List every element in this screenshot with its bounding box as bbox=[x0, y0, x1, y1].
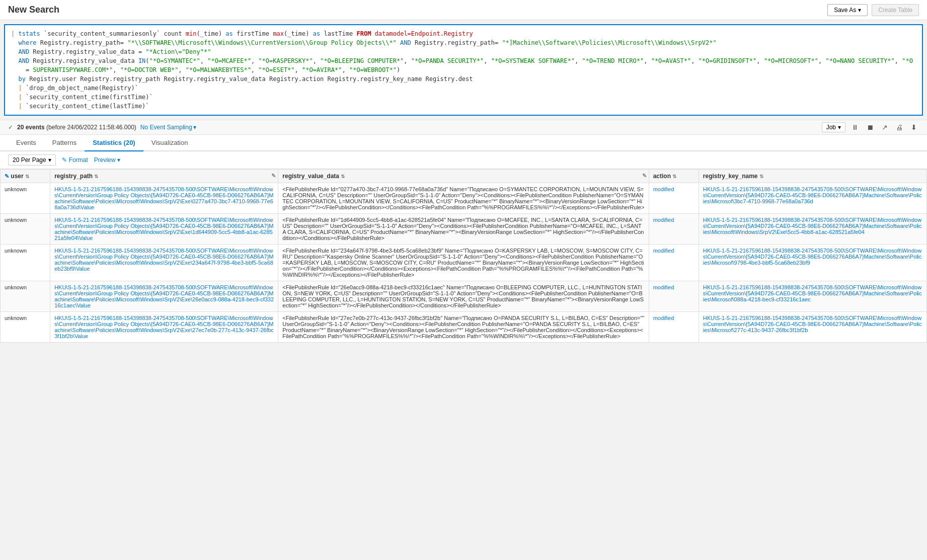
job-dropdown-icon: ▾ bbox=[838, 124, 841, 131]
per-page-label: 20 Per Page bbox=[13, 156, 46, 164]
stop-button[interactable]: ⏹ bbox=[865, 122, 876, 132]
cell-registry-value: <FilePublisherRule Id="26e0acc9-088a-421… bbox=[278, 281, 649, 312]
job-label: Job bbox=[826, 124, 836, 131]
sort-icon-registry-value: ⇅ bbox=[341, 174, 345, 179]
registry-key-link[interactable]: HKU\S-1-5-21-2167596188-154398838-247543… bbox=[703, 217, 922, 235]
sort-icon-registry-key: ⇅ bbox=[759, 174, 763, 179]
cell-registry-key: HKU\S-1-5-21-2167596188-154398838-247543… bbox=[699, 312, 926, 343]
col-header-registry-path[interactable]: registry_path ⇅ ✎ bbox=[50, 170, 278, 183]
registry-key-link[interactable]: HKU\S-1-5-21-2167596188-154398838-247543… bbox=[703, 284, 922, 302]
events-count: 20 events (before 24/06/2022 11:58:46.00… bbox=[17, 124, 136, 131]
query-line-6: | `drop_dm_object_name(Registry)` bbox=[11, 84, 916, 93]
top-bar: New Search Save As ▾ Create Table bbox=[0, 0, 927, 20]
format-button[interactable]: ✎ Format bbox=[62, 156, 88, 164]
cell-registry-key: HKU\S-1-5-21-2167596188-154398838-247543… bbox=[699, 245, 926, 281]
tab-visualization[interactable]: Visualization bbox=[143, 135, 196, 151]
tab-patterns[interactable]: Patterns bbox=[44, 135, 85, 151]
action-link[interactable]: modified bbox=[653, 217, 674, 223]
pause-button[interactable]: ⏸ bbox=[849, 122, 861, 132]
registry-key-link[interactable]: HKU\S-1-5-21-2167596188-154398838-247543… bbox=[703, 248, 922, 266]
registry-path-link[interactable]: HKU\S-1-5-21-2167596188-154398838-247543… bbox=[54, 217, 273, 241]
create-table-label: Create Table bbox=[878, 7, 912, 14]
cell-user: unknown bbox=[1, 245, 50, 281]
cell-user: unknown bbox=[1, 183, 50, 214]
cell-registry-path: HKU\S-1-5-21-2167596188-154398838-247543… bbox=[50, 183, 278, 214]
query-line-3: AND Registry.registry_value_data = "*Act… bbox=[11, 47, 916, 56]
cell-registry-path: HKU\S-1-5-21-2167596188-154398838-247543… bbox=[50, 281, 278, 312]
table-body: unknownHKU\S-1-5-21-2167596188-154398838… bbox=[1, 183, 927, 343]
per-page-button[interactable]: 20 Per Page ▾ bbox=[8, 154, 56, 166]
query-line-8: | `security_content_ctime(lastTime)` bbox=[11, 102, 916, 111]
registry-path-link[interactable]: HKU\S-1-5-21-2167596188-154398838-247543… bbox=[54, 284, 274, 308]
tab-statistics[interactable]: Statistics (20) bbox=[85, 135, 143, 151]
cell-registry-path: HKU\S-1-5-21-2167596188-154398838-247543… bbox=[50, 312, 278, 343]
pencil-icon: ✎ bbox=[5, 173, 9, 179]
query-editor[interactable]: | tstats `security_content_summariesonly… bbox=[4, 24, 923, 116]
per-page-dropdown-icon: ▾ bbox=[48, 156, 51, 164]
action-link[interactable]: modified bbox=[653, 248, 674, 254]
cell-action: modified bbox=[649, 245, 699, 281]
table-row: unknownHKU\S-1-5-21-2167596188-154398838… bbox=[1, 214, 927, 245]
status-left: ✓ 20 events (before 24/06/2022 11:58:46.… bbox=[8, 124, 196, 131]
query-line-7: | `security_content_ctime(firstTime)` bbox=[11, 93, 916, 102]
query-line-5: by Registry.user Registry.registry_path … bbox=[11, 74, 916, 84]
registry-key-link[interactable]: HKU\S-1-5-21-2167596188-154398838-247543… bbox=[703, 315, 922, 333]
job-button[interactable]: Job ▾ bbox=[822, 122, 845, 132]
status-right: Job ▾ ⏸ ⏹ ↗ 🖨 ⬇ bbox=[822, 122, 919, 132]
table-row: unknownHKU\S-1-5-21-2167596188-154398838… bbox=[1, 281, 927, 312]
registry-path-link[interactable]: HKU\S-1-5-21-2167596188-154398838-247543… bbox=[54, 186, 273, 210]
sampling-label: No Event Sampling bbox=[140, 124, 192, 131]
save-as-label: Save As bbox=[834, 7, 856, 14]
results-table-container: ✎ user ⇅ registry_path ⇅ ✎ registry_valu… bbox=[0, 169, 927, 343]
cell-user: unknown bbox=[1, 214, 50, 245]
preview-label: Preview bbox=[94, 156, 116, 164]
edit-icon-registry-path[interactable]: ✎ bbox=[271, 173, 276, 179]
preview-dropdown-icon: ▾ bbox=[117, 156, 120, 164]
cell-registry-value: <FilePublisherRule Id="0277a470-3bc7-471… bbox=[278, 183, 649, 214]
cell-registry-value: <FilePublisherRule Id="1d644909-5cc5-4bb… bbox=[278, 214, 649, 245]
col-header-registry-value[interactable]: registry_value_data ⇅ ✎ bbox=[278, 170, 649, 183]
query-line-4: AND Registry.registry_value_data IN("*O=… bbox=[11, 56, 916, 65]
query-line-1: | tstats `security_content_summariesonly… bbox=[11, 29, 916, 38]
results-table: ✎ user ⇅ registry_path ⇅ ✎ registry_valu… bbox=[0, 169, 927, 343]
table-row: unknownHKU\S-1-5-21-2167596188-154398838… bbox=[1, 183, 927, 214]
cell-registry-path: HKU\S-1-5-21-2167596188-154398838-247543… bbox=[50, 214, 278, 245]
sampling-button[interactable]: No Event Sampling ▾ bbox=[140, 124, 196, 131]
cell-registry-value: <FilePublisherRule Id="27ec7e0b-277c-413… bbox=[278, 312, 649, 343]
cell-user: unknown bbox=[1, 281, 50, 312]
print-button[interactable]: 🖨 bbox=[894, 122, 905, 132]
sort-icon-action: ⇅ bbox=[672, 174, 676, 179]
action-link[interactable]: modified bbox=[653, 284, 674, 290]
top-bar-actions: Save As ▾ Create Table bbox=[827, 4, 919, 16]
sort-icon-registry-path: ⇅ bbox=[94, 174, 98, 179]
table-header-row: ✎ user ⇅ registry_path ⇅ ✎ registry_valu… bbox=[1, 170, 927, 183]
save-as-button[interactable]: Save As ▾ bbox=[827, 4, 868, 16]
check-icon: ✓ bbox=[8, 124, 13, 131]
format-label: Format bbox=[69, 156, 88, 164]
sampling-dropdown-icon: ▾ bbox=[193, 124, 196, 131]
col-header-user[interactable]: ✎ user ⇅ bbox=[1, 170, 50, 183]
tab-events[interactable]: Events bbox=[8, 135, 44, 151]
cell-action: modified bbox=[649, 183, 699, 214]
preview-button[interactable]: Preview ▾ bbox=[94, 156, 121, 164]
registry-path-link[interactable]: HKU\S-1-5-21-2167596188-154398838-247543… bbox=[54, 248, 273, 272]
export-button[interactable]: ⬇ bbox=[909, 122, 919, 132]
query-line-2: where Registry.registry_path= "*\\SOFTWA… bbox=[11, 38, 916, 47]
edit-icon-registry-value[interactable]: ✎ bbox=[642, 173, 647, 179]
col-header-action[interactable]: action ⇅ bbox=[649, 170, 699, 183]
tabs-bar: Events Patterns Statistics (20) Visualiz… bbox=[0, 135, 927, 151]
cell-user: unknown bbox=[1, 312, 50, 343]
create-table-button[interactable]: Create Table bbox=[872, 4, 919, 16]
sort-icon-user: ⇅ bbox=[25, 174, 29, 179]
cell-registry-key: HKU\S-1-5-21-2167596188-154398838-247543… bbox=[699, 183, 926, 214]
results-toolbar: 20 Per Page ▾ ✎ Format Preview ▾ bbox=[0, 151, 927, 169]
cell-registry-key: HKU\S-1-5-21-2167596188-154398838-247543… bbox=[699, 281, 926, 312]
share-button[interactable]: ↗ bbox=[880, 122, 890, 132]
page-title: New Search bbox=[8, 5, 59, 15]
registry-path-link[interactable]: HKU\S-1-5-21-2167596188-154398838-247543… bbox=[54, 315, 274, 339]
registry-key-link[interactable]: HKU\S-1-5-21-2167596188-154398838-247543… bbox=[703, 186, 922, 204]
action-link[interactable]: modified bbox=[653, 186, 674, 192]
cell-registry-key: HKU\S-1-5-21-2167596188-154398838-247543… bbox=[699, 214, 926, 245]
col-header-registry-key[interactable]: registry_key_name ⇅ bbox=[699, 170, 926, 183]
action-link[interactable]: modified bbox=[653, 315, 674, 321]
